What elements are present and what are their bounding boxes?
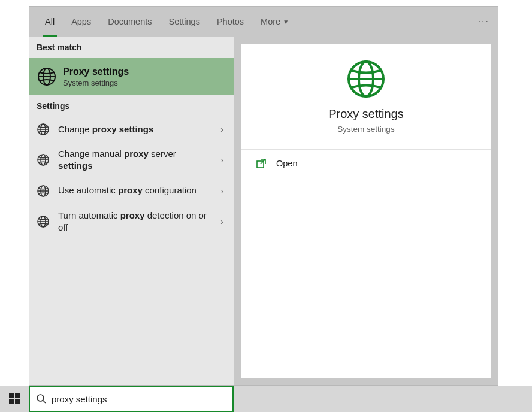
chevron-right-icon: ›: [220, 217, 223, 226]
chevron-right-icon: ›: [220, 155, 223, 165]
search-icon: [36, 393, 47, 404]
text-caret: [226, 394, 226, 404]
open-label: Open: [276, 159, 297, 168]
results-list-pane: Best match Proxy settings System setting…: [29, 37, 234, 385]
start-button[interactable]: [0, 386, 29, 412]
detail-card: Proxy settings System settings Open: [241, 44, 491, 378]
search-input[interactable]: proxy settings: [52, 394, 226, 404]
windows-logo-icon: [9, 393, 20, 404]
tab-all[interactable]: All: [37, 7, 63, 37]
tab-documents[interactable]: Documents: [99, 7, 160, 37]
setting-result-change-manual-proxy[interactable]: Change manual proxy server settings ›: [29, 142, 234, 178]
svg-line-20: [43, 401, 46, 404]
settings-section-heading: Settings: [29, 95, 234, 117]
best-match-result[interactable]: Proxy settings System settings: [29, 58, 234, 95]
open-icon: [256, 158, 267, 169]
chevron-right-icon: ›: [220, 186, 223, 196]
setting-result-label: Turn automatic proxy detection on or off: [58, 210, 227, 234]
search-filter-tabs: All Apps Documents Settings Photos More …: [29, 7, 498, 37]
detail-pane: Proxy settings System settings Open: [234, 37, 498, 385]
tab-more[interactable]: More ▼: [252, 7, 297, 37]
setting-result-label: Change proxy settings: [58, 123, 171, 135]
open-action[interactable]: Open: [241, 150, 491, 177]
best-match-subtitle: System settings: [63, 78, 129, 87]
setting-result-change-proxy-settings[interactable]: Change proxy settings ›: [29, 117, 234, 142]
setting-result-automatic-proxy-config[interactable]: Use automatic proxy configuration ›: [29, 178, 234, 204]
overflow-menu-button[interactable]: ···: [478, 7, 489, 37]
chevron-right-icon: ›: [220, 125, 223, 134]
globe-icon: [37, 215, 50, 228]
globe-icon: [346, 59, 386, 99]
setting-result-turn-automatic-proxy-detection[interactable]: Turn automatic proxy detection on or off…: [29, 204, 234, 240]
tab-more-label: More: [261, 17, 280, 26]
globe-icon: [37, 66, 57, 87]
detail-subtitle: System settings: [337, 125, 394, 134]
tab-settings[interactable]: Settings: [161, 7, 208, 37]
globe-icon: [37, 123, 50, 136]
search-results-panel: All Apps Documents Settings Photos More …: [29, 6, 498, 386]
best-match-title: Proxy settings: [63, 66, 129, 77]
tab-apps[interactable]: Apps: [63, 7, 99, 37]
setting-result-label: Change manual proxy server settings: [58, 148, 227, 172]
tab-photos[interactable]: Photos: [208, 7, 252, 37]
detail-title: Proxy settings: [328, 107, 404, 121]
setting-result-label: Use automatic proxy configuration: [58, 184, 214, 196]
globe-icon: [37, 153, 50, 166]
globe-icon: [37, 184, 50, 198]
taskbar-search-box[interactable]: proxy settings: [29, 386, 234, 412]
chevron-down-icon: ▼: [283, 19, 289, 25]
taskbar: proxy settings: [0, 386, 532, 412]
svg-point-19: [37, 395, 44, 401]
best-match-heading: Best match: [29, 37, 234, 58]
